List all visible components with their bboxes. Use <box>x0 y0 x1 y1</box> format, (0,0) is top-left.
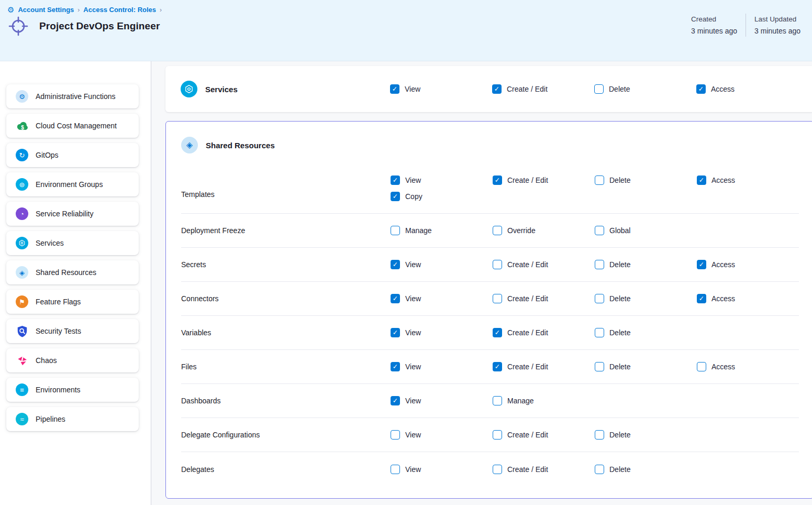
view-checkbox[interactable]: ✓ <box>391 328 400 337</box>
create-edit-checkbox[interactable]: ✓ <box>493 328 502 337</box>
resource-row-templates: Templates✓View✓Copy✓Create / EditDelete✓… <box>181 169 799 214</box>
view-checkbox[interactable]: ✓ <box>391 362 400 371</box>
sidebar-item-service-reliability[interactable]: ◔Service Reliability <box>6 202 139 226</box>
breadcrumb: ⚙Account Settings›Access Control: Roles› <box>7 6 805 14</box>
permission-item: Delete <box>595 465 697 474</box>
access-checkbox[interactable] <box>697 362 706 371</box>
access-checkbox[interactable]: ✓ <box>697 260 706 269</box>
permission-item: ✓Create / Edit <box>493 328 595 337</box>
permission-label: View <box>405 328 421 337</box>
view-checkbox[interactable]: ✓ <box>391 396 400 405</box>
permission-label: Create / Edit <box>507 431 548 439</box>
sidebar-item-label: Pipelines <box>36 415 65 423</box>
delete-checkbox[interactable] <box>595 294 604 303</box>
sidebar-item-feature-flags[interactable]: ⚑Feature Flags <box>6 290 139 314</box>
permission-item: View <box>391 465 493 474</box>
create-edit-checkbox[interactable]: ✓ <box>493 362 502 371</box>
access-checkbox[interactable]: ✓ <box>697 294 706 303</box>
sidebar-item-cloud-cost-management[interactable]: $Cloud Cost Management <box>6 114 139 138</box>
view-checkbox[interactable] <box>391 430 400 440</box>
view-checkbox[interactable] <box>391 465 400 474</box>
create-edit-checkbox[interactable] <box>493 260 502 269</box>
sidebar-item-security-tests[interactable]: Security Tests <box>6 319 139 343</box>
permission-label: Delete <box>609 294 630 303</box>
sidebar-item-environments[interactable]: ≡Environments <box>6 378 139 402</box>
permission-stack: ✓View✓Copy <box>391 175 493 201</box>
breadcrumb-link-account-settings[interactable]: Account Settings <box>18 6 74 14</box>
permission-item: Delete <box>594 84 696 94</box>
manage-checkbox[interactable] <box>391 226 400 235</box>
delete-checkbox[interactable] <box>595 175 604 185</box>
permission-item: Access <box>697 362 799 371</box>
permission-cell: Delete <box>595 294 697 303</box>
access-checkbox[interactable]: ✓ <box>696 84 706 94</box>
permission-label: View <box>405 294 421 303</box>
permission-label: Create / Edit <box>507 176 548 184</box>
view-checkbox[interactable]: ✓ <box>391 260 400 269</box>
permission-label: View <box>405 363 421 371</box>
delete-checkbox[interactable] <box>595 430 604 440</box>
sidebar-item-gitops[interactable]: ↻GitOps <box>6 143 139 167</box>
permission-cell: ✓Access <box>696 84 798 94</box>
last-updated-meta: Last Updated 3 minutes ago <box>746 14 809 37</box>
permission-item: Delete <box>595 294 697 303</box>
permission-cell: Create / Edit <box>493 430 595 440</box>
sidebar-item-environment-groups[interactable]: ⊚Environment Groups <box>6 172 139 196</box>
copy-checkbox[interactable]: ✓ <box>391 192 400 201</box>
sidebar-item-services[interactable]: Services <box>6 231 139 255</box>
permission-cell: Manage <box>391 226 493 235</box>
resource-label: Files <box>181 363 391 371</box>
permission-cell: Manage <box>493 396 595 405</box>
permission-label: Create / Edit <box>507 85 548 93</box>
permission-label: Manage <box>507 397 534 405</box>
permission-label: Delete <box>609 260 630 269</box>
sidebar-item-label: GitOps <box>36 151 59 159</box>
shared-resources-permission-card[interactable]: ◈ Shared Resources Templates✓View✓Copy✓C… <box>165 121 812 499</box>
permission-item: ✓Access <box>697 260 799 269</box>
delete-checkbox[interactable] <box>594 84 604 94</box>
sidebar-item-shared-resources[interactable]: ◈Shared Resources <box>6 260 139 284</box>
permission-item: Delete <box>595 175 697 185</box>
create-edit-checkbox[interactable]: ✓ <box>492 84 502 94</box>
services-permission-card[interactable]: Services ✓View✓Create / EditDelete✓Acces… <box>165 66 812 112</box>
delete-checkbox[interactable] <box>595 362 604 371</box>
view-checkbox[interactable]: ✓ <box>390 84 399 94</box>
delete-checkbox[interactable] <box>595 328 604 337</box>
resource-category-sidebar: ⚙Administrative Functions$Cloud Cost Man… <box>0 61 151 505</box>
view-checkbox[interactable]: ✓ <box>391 294 400 303</box>
override-checkbox[interactable] <box>493 226 502 235</box>
create-edit-checkbox[interactable] <box>493 465 502 474</box>
pipelines-icon: ≈ <box>16 413 28 425</box>
resource-row-variables: Variables✓View✓Create / EditDelete <box>181 316 799 350</box>
services-hexagon-icon <box>16 237 28 249</box>
create-edit-checkbox[interactable]: ✓ <box>493 175 502 185</box>
shared-resources-icon: ◈ <box>181 137 198 153</box>
manage-checkbox[interactable] <box>493 396 502 405</box>
access-checkbox[interactable]: ✓ <box>697 175 706 185</box>
resource-label: Deployment Freeze <box>181 226 391 235</box>
create-edit-checkbox[interactable] <box>493 294 502 303</box>
chevron-right-icon: › <box>160 6 162 14</box>
delete-checkbox[interactable] <box>595 465 604 474</box>
breadcrumb-link-access-control-roles[interactable]: Access Control: Roles <box>83 6 156 14</box>
permission-item: ✓View <box>391 362 493 371</box>
permission-item: Create / Edit <box>493 260 595 269</box>
permission-cell: ✓Create / Edit <box>493 328 595 337</box>
sidebar-item-chaos[interactable]: Chaos <box>6 348 139 372</box>
sidebar-item-pipelines[interactable]: ≈Pipelines <box>6 407 139 431</box>
permission-cell: ✓View✓Copy <box>391 175 493 201</box>
sidebar-item-administrative-functions[interactable]: ⚙Administrative Functions <box>6 84 139 108</box>
view-checkbox[interactable]: ✓ <box>391 175 400 185</box>
resource-row-secrets: Secrets✓ViewCreate / EditDelete✓Access <box>181 248 799 282</box>
permission-label: Access <box>711 260 735 269</box>
permission-cell: ✓View <box>391 328 493 337</box>
resource-label: Secrets <box>181 260 391 269</box>
global-checkbox[interactable] <box>595 226 604 235</box>
delete-checkbox[interactable] <box>595 260 604 269</box>
shared-resources-card-title: Shared Resources <box>206 141 275 150</box>
resource-label: Dashboards <box>181 397 391 405</box>
permission-cell: Global <box>595 226 697 235</box>
create-edit-checkbox[interactable] <box>493 430 502 440</box>
permission-item: Create / Edit <box>493 465 595 474</box>
last-updated-label: Last Updated <box>754 14 800 25</box>
